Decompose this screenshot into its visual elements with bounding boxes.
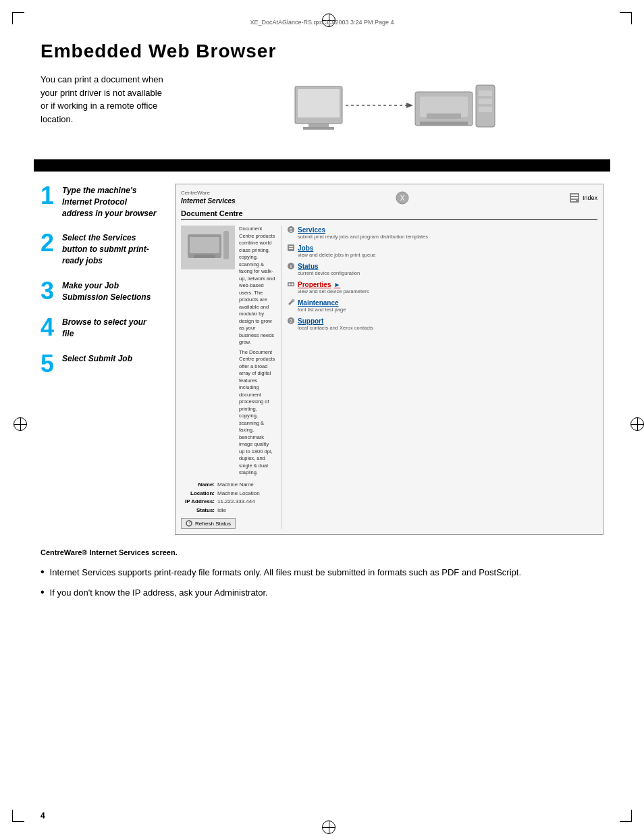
top-section: You can print a document when your print…	[41, 73, 603, 147]
status-icon: i	[287, 262, 295, 270]
menu-status-title[interactable]: i Status	[287, 262, 597, 270]
step-5-text: Select Submit Job	[62, 352, 132, 365]
services-desc: submit print ready jobs and program dist…	[287, 234, 597, 240]
crosshair-right-circle	[630, 417, 644, 431]
maintenance-desc: font list and test page	[287, 307, 597, 313]
support-desc: local contacts and Xerox contacts	[287, 325, 597, 331]
black-banner	[34, 159, 610, 172]
menu-support: ? Support local contacts and Xerox conta…	[287, 317, 597, 331]
crosshair-bottom-circle	[322, 820, 336, 834]
svg-rect-22	[194, 255, 215, 258]
refresh-button[interactable]: Refresh Status	[181, 518, 236, 529]
step-4-text: Browse to select your file	[62, 315, 159, 340]
services-icon: S	[287, 226, 295, 234]
svg-rect-18	[571, 197, 578, 199]
menu-properties-title[interactable]: Properties ►	[287, 280, 597, 288]
bullet-section: • Internet Services supports print-ready…	[41, 566, 603, 599]
step-2-text: Select the Services button to submit pri…	[62, 231, 159, 266]
svg-rect-1	[298, 89, 340, 118]
svg-text:?: ?	[290, 318, 293, 324]
svg-point-34	[292, 284, 294, 286]
svg-rect-13	[479, 107, 492, 112]
file-info: XE_DocAtAGlance-RS.qxd 3/3/2003 3:24 PM …	[250, 19, 394, 26]
step-5: 5 Select Submit Job	[41, 352, 159, 376]
printer-illustration	[182, 73, 603, 147]
properties-desc: view and set device parameters	[287, 288, 597, 294]
top-description: You can print a document when your print…	[41, 73, 169, 126]
svg-rect-11	[479, 90, 492, 96]
support-icon: ?	[287, 317, 295, 325]
bullet-dot-2: •	[41, 586, 45, 598]
cw-logo: CentreWare Internet Services	[181, 190, 236, 205]
refresh-label: Refresh Status	[195, 521, 231, 527]
step-1-text: Type the machine's Internet Protocol add…	[62, 184, 159, 219]
dc-info-ip: IP Address: 11.222.333.444	[181, 498, 275, 506]
svg-rect-19	[571, 200, 576, 201]
step-2-number: 2	[41, 231, 59, 255]
dc-info-table: Name: Machine Name Location: Machine Loc…	[181, 481, 275, 515]
bullet-1-text: Internet Services supports print-ready f…	[50, 566, 521, 579]
bullet-dot-1: •	[41, 566, 45, 578]
steps-column: 1 Type the machine's Internet Protocol a…	[41, 184, 159, 535]
menu-status: i Status current device configuration	[287, 262, 597, 276]
maintenance-icon	[287, 298, 295, 307]
step-3: 3 Make your Job Submission Selections	[41, 279, 159, 303]
status-value: Idle	[217, 506, 226, 515]
svg-text:S: S	[290, 228, 293, 232]
step-3-number: 3	[41, 279, 59, 303]
svg-text:i: i	[290, 264, 292, 269]
menu-jobs: Jobs view and delete jobs in print queue	[287, 244, 597, 258]
svg-marker-5	[406, 103, 413, 108]
menu-properties: Properties ► view and set device paramet…	[287, 280, 597, 294]
location-label: Location:	[181, 490, 215, 498]
svg-rect-29	[289, 248, 293, 249]
svg-text:X: X	[400, 194, 404, 202]
bullet-1: • Internet Services supports print-ready…	[41, 566, 603, 579]
svg-rect-9	[420, 122, 468, 126]
index-label: Index	[583, 194, 597, 201]
status-desc: current device configuration	[287, 270, 597, 276]
bullet-2: • If you don't know the IP address, ask …	[41, 586, 603, 600]
step-1: 1 Type the machine's Internet Protocol a…	[41, 184, 159, 219]
jobs-desc: view and delete jobs in print queue	[287, 252, 597, 258]
centreware-text: CentreWare	[181, 190, 236, 197]
corner-mark-tr	[620, 12, 632, 24]
svg-rect-23	[223, 231, 229, 259]
svg-rect-3	[303, 127, 334, 130]
corner-mark-br	[620, 810, 632, 822]
dc-info-status: Status: Idle	[181, 506, 275, 515]
menu-support-title[interactable]: ? Support	[287, 317, 597, 325]
jobs-icon	[287, 244, 295, 252]
status-label: Status:	[181, 506, 215, 515]
crosshair-left-circle	[14, 417, 27, 431]
menu-jobs-title[interactable]: Jobs	[287, 244, 597, 252]
ip-value: 11.222.333.444	[217, 498, 255, 506]
location-value: Machine Location	[217, 490, 260, 498]
svg-rect-8	[427, 113, 461, 119]
screenshot-area: CentreWare Internet Services X Index	[175, 184, 603, 535]
svg-point-35	[292, 299, 294, 302]
index-icon	[569, 192, 580, 203]
svg-rect-17	[571, 194, 578, 196]
dc-heading: Document Centre	[181, 209, 597, 220]
ip-label: IP Address:	[181, 498, 215, 506]
step-5-number: 5	[41, 352, 59, 376]
page-number: 4	[41, 811, 45, 820]
middle-section: 1 Type the machine's Internet Protocol a…	[41, 184, 603, 535]
dc-printer-image	[181, 226, 235, 269]
dc-info-name: Name: Machine Name	[181, 481, 275, 490]
page-title: Embedded Web Browser	[41, 41, 603, 62]
dc-content: Document Centre products combine world c…	[181, 226, 597, 529]
name-value: Machine Name	[217, 481, 254, 490]
svg-rect-12	[479, 99, 492, 104]
menu-services: S Services submit print ready jobs and p…	[287, 226, 597, 240]
step-4: 4 Browse to select your file	[41, 315, 159, 340]
menu-maintenance-title[interactable]: Maintenance	[287, 298, 597, 307]
step-4-number: 4	[41, 315, 59, 340]
refresh-icon	[186, 520, 192, 527]
step-2: 2 Select the Services button to submit p…	[41, 231, 159, 266]
step-1-number: 1	[41, 184, 59, 208]
menu-services-title[interactable]: S Services	[287, 226, 597, 234]
internet-services-text: Internet Services	[181, 197, 236, 205]
properties-icon	[287, 280, 295, 288]
